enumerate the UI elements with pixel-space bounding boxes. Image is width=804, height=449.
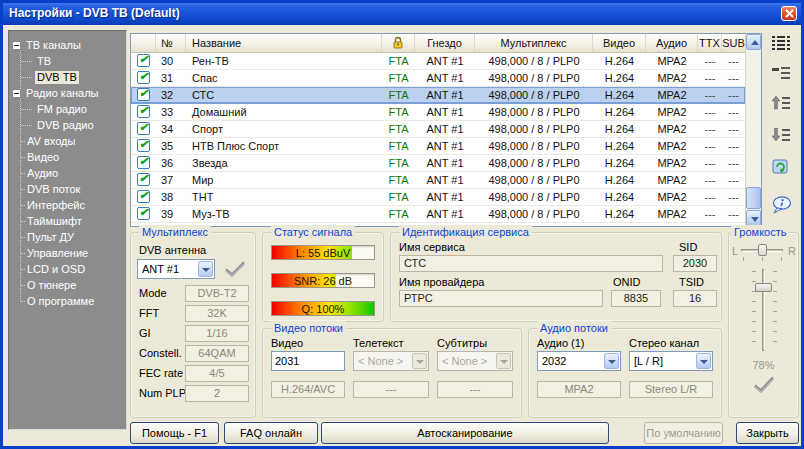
cell-sub: ---	[722, 87, 745, 103]
channel-row[interactable]: 30 Рен-ТВ FTA ANT #1 498,000 / 8 / PLP0 …	[131, 53, 745, 70]
cell-audio: MPA2	[646, 172, 698, 188]
scroll-thumb[interactable]	[746, 187, 761, 209]
group-title: Аудио потоки	[537, 321, 611, 335]
channel-row[interactable]: 33 Домашний FTA ANT #1 498,000 / 8 / PLP…	[131, 104, 745, 121]
channel-checkbox[interactable]	[137, 54, 150, 67]
column-header-multiplex[interactable]: Мультиплекс	[475, 34, 593, 52]
defaults-button: По умолчанию	[644, 422, 723, 444]
balance-thumb[interactable]	[758, 244, 767, 256]
channel-checkbox[interactable]	[137, 190, 150, 203]
volume-apply-button[interactable]	[752, 375, 776, 397]
sidebar-item-dvb-radio[interactable]: DVB радио	[9, 117, 126, 133]
sidebar-item-label: Аудио	[25, 167, 60, 180]
column-header-audio[interactable]: Аудио	[646, 34, 698, 52]
sidebar-item-av-inputs[interactable]: AV входы	[9, 133, 126, 149]
column-header-name[interactable]: Название	[186, 34, 382, 52]
faq-button[interactable]: FAQ онлайн	[224, 422, 318, 444]
channel-checkbox[interactable]	[137, 71, 150, 84]
refresh-channels-button[interactable]	[772, 158, 794, 178]
channel-checkbox[interactable]	[137, 105, 150, 118]
move-down-button[interactable]	[772, 128, 794, 148]
sidebar-item-label: ТВ каналы	[24, 39, 83, 52]
antenna-select[interactable]: ANT #1	[137, 259, 215, 279]
help-button[interactable]: Помощь - F1	[130, 422, 219, 444]
move-up-button[interactable]	[772, 96, 794, 116]
channel-row[interactable]: 36 Звезда FTA ANT #1 498,000 / 8 / PLP0 …	[131, 155, 745, 172]
cell-checkbox	[131, 155, 156, 171]
video-pid-input[interactable]	[271, 351, 345, 371]
channel-checkbox[interactable]	[137, 156, 150, 169]
sidebar-item-timeshift[interactable]: Таймшифт	[9, 213, 126, 229]
remove-channel-button[interactable]	[772, 66, 794, 86]
column-header-ttx[interactable]: TTX	[698, 34, 722, 52]
sidebar-item-video[interactable]: Видео	[9, 149, 126, 165]
channel-row[interactable]: 39 Муз-ТВ FTA ANT #1 498,000 / 8 / PLP0 …	[131, 206, 745, 223]
audio-pid-select[interactable]: 2032	[537, 351, 621, 371]
channel-row[interactable]: 38 ТНТ FTA ANT #1 498,000 / 8 / PLP0 H.2…	[131, 189, 745, 206]
signal-snr-bar: SNR: 26 dB	[271, 273, 375, 288]
volume-thumb[interactable]	[755, 283, 772, 292]
sidebar-item-fm-radio[interactable]: FM радио	[9, 101, 126, 117]
column-header-number[interactable]: №	[156, 34, 186, 52]
channel-checkbox[interactable]	[137, 122, 150, 135]
column-header-video[interactable]: Видео	[593, 34, 646, 52]
channel-row[interactable]: 34 Спорт FTA ANT #1 498,000 / 8 / PLP0 H…	[131, 121, 745, 138]
cell-audio: MPA2	[646, 189, 698, 205]
cell-socket: ANT #1	[415, 70, 475, 86]
channel-row[interactable]: 31 Спас FTA ANT #1 498,000 / 8 / PLP0 H.…	[131, 70, 745, 87]
scroll-down-button[interactable]	[746, 210, 761, 226]
sidebar-item-audio[interactable]: Аудио	[9, 165, 126, 181]
channel-list-button[interactable]	[772, 36, 794, 56]
cell-multiplex: 498,000 / 8 / PLP0	[475, 121, 593, 137]
sidebar-item-remote[interactable]: Пульт ДУ	[9, 229, 126, 245]
collapse-icon[interactable]	[12, 89, 21, 98]
channel-checkbox[interactable]	[137, 173, 150, 186]
table-scrollbar[interactable]	[745, 34, 761, 226]
video-streams-group: Видео потоки Видео Телетекст Субтитры < …	[262, 328, 522, 418]
sidebar-item-tv[interactable]: ТВ	[9, 53, 126, 69]
signal-label: L: 55 dBuV	[272, 246, 374, 260]
info-button[interactable]	[772, 196, 794, 216]
stereo-channel-select[interactable]: [L / R]	[629, 351, 713, 371]
onid-label: ONID	[613, 276, 641, 289]
sidebar-item-dvb-tv[interactable]: DVB ТВ	[9, 69, 126, 85]
sidebar-item-radio-channels[interactable]: Радио каналы	[9, 85, 126, 101]
channel-checkbox[interactable]	[137, 88, 150, 101]
channel-checkbox[interactable]	[137, 207, 150, 220]
sidebar-item-dvb-stream[interactable]: DVB поток	[9, 181, 126, 197]
cell-name: Мир	[186, 172, 382, 188]
column-header-socket[interactable]: Гнездо	[415, 34, 475, 52]
sidebar-item-label: Управление	[25, 247, 90, 260]
cell-sub: ---	[722, 70, 745, 86]
sidebar-item-label: Радио каналы	[24, 87, 101, 100]
sidebar-item-tv-channels[interactable]: ТВ каналы	[9, 37, 126, 53]
cell-ttx: ---	[698, 87, 722, 103]
column-header-access[interactable]	[382, 34, 415, 52]
apply-antenna-button[interactable]	[223, 261, 247, 281]
collapse-icon[interactable]	[12, 41, 21, 50]
cell-checkbox	[131, 53, 156, 69]
cell-sub: ---	[722, 189, 745, 205]
channel-row[interactable]: 35 НТВ Плюс Спорт FTA ANT #1 498,000 / 8…	[131, 138, 745, 155]
channel-checkbox[interactable]	[137, 139, 150, 152]
cell-access: FTA	[382, 155, 415, 171]
close-button[interactable]	[781, 6, 797, 21]
sidebar-item-control[interactable]: Управление	[9, 245, 126, 261]
channel-row[interactable]: 37 Мир FTA ANT #1 498,000 / 8 / PLP0 H.2…	[131, 172, 745, 189]
sidebar-item-about-program[interactable]: О программе	[9, 293, 126, 309]
apply-check-icon	[223, 261, 247, 277]
close-window-button[interactable]: Закрыть	[736, 422, 799, 444]
info-balloon-icon	[772, 196, 792, 214]
cell-number: 37	[156, 172, 186, 188]
volume-slider[interactable]	[762, 269, 765, 351]
sidebar-item-about-tuner[interactable]: О тюнере	[9, 277, 126, 293]
channel-row-selected[interactable]: 32 СТС FTA ANT #1 498,000 / 8 / PLP0 H.2…	[131, 87, 745, 104]
column-header-sub[interactable]: SUB	[722, 34, 745, 52]
autoscan-button[interactable]: Автосканирование	[321, 422, 609, 444]
scroll-up-button[interactable]	[746, 34, 761, 50]
sidebar-item-label: О тюнере	[25, 279, 78, 292]
sidebar-item-lcd-osd[interactable]: LCD и OSD	[9, 261, 126, 277]
signal-label: SNR: 26 dB	[272, 274, 374, 288]
tsid-label: TSID	[679, 276, 704, 289]
sidebar-item-interface[interactable]: Интерфейс	[9, 197, 126, 213]
